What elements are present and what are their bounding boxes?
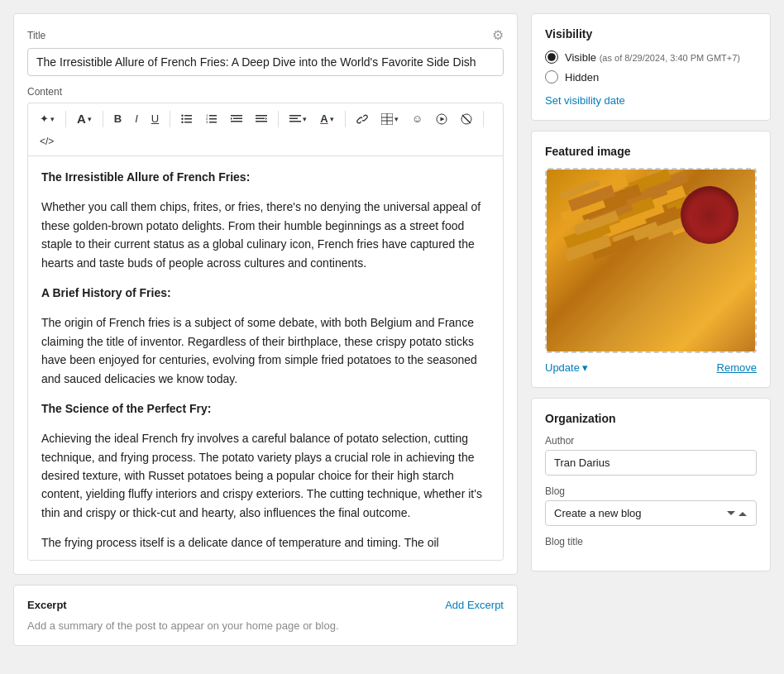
- font-a-icon: A: [77, 112, 86, 126]
- svg-rect-7: [209, 118, 217, 120]
- author-input[interactable]: [545, 450, 757, 476]
- content-h1: The Irresistible Allure of French Fries:: [41, 170, 250, 184]
- svg-rect-2: [184, 122, 192, 123]
- add-excerpt-link[interactable]: Add Excerpt: [445, 599, 504, 611]
- font-size-button[interactable]: A ▾: [72, 108, 97, 129]
- content-p2: The origin of French fries is a subject …: [41, 313, 490, 388]
- blog-select[interactable]: Create a new blog: [545, 500, 757, 526]
- svg-rect-17: [256, 117, 265, 119]
- visibility-hidden-option[interactable]: Hidden: [545, 70, 757, 84]
- content-label: Content: [27, 86, 504, 98]
- svg-rect-22: [289, 121, 301, 122]
- ul-icon: [181, 113, 193, 125]
- blog-label: Blog: [545, 485, 757, 497]
- toolbar-sep-5: [345, 111, 346, 127]
- table-button[interactable]: ▾: [376, 110, 404, 128]
- featured-image-wrapper[interactable]: [545, 168, 757, 353]
- blog-title-label: Blog title: [545, 536, 757, 547]
- visible-label: Visible (as of 8/29/2024, 3:40 PM GMT+7): [565, 51, 740, 64]
- media-icon: [436, 113, 447, 125]
- align-icon: [289, 113, 301, 125]
- content-p1: Whether you call them chips, frites, or …: [41, 198, 490, 272]
- svg-rect-1: [184, 118, 192, 120]
- content-h2: A Brief History of Fries:: [41, 286, 171, 299]
- media-button[interactable]: [431, 110, 452, 128]
- code-button[interactable]: </>: [35, 132, 59, 151]
- update-chevron-icon: ▾: [582, 361, 588, 374]
- editor-card: Title ⚙ Content ✦ ▾ A ▾ B I U: [13, 13, 518, 575]
- visibility-visible-option[interactable]: Visible (as of 8/29/2024, 3:40 PM GMT+7): [545, 50, 757, 64]
- featured-image: [547, 170, 755, 351]
- italic-button[interactable]: I: [130, 109, 143, 128]
- visibility-options: Visible (as of 8/29/2024, 3:40 PM GMT+7)…: [545, 50, 757, 84]
- organization-title: Organization: [545, 412, 757, 425]
- svg-point-4: [182, 117, 184, 119]
- content-h3: The Science of the Perfect Fry:: [41, 402, 211, 415]
- svg-rect-13: [233, 117, 242, 119]
- remove-image-button[interactable]: Remove: [717, 361, 757, 374]
- svg-rect-12: [231, 115, 242, 117]
- title-settings-icon[interactable]: ⚙: [492, 27, 504, 43]
- svg-rect-14: [231, 121, 242, 122]
- svg-rect-21: [289, 117, 298, 119]
- sparkle-button[interactable]: ✦ ▾: [35, 109, 60, 128]
- svg-line-30: [462, 115, 471, 123]
- featured-image-title: Featured image: [545, 145, 757, 158]
- svg-text:3.: 3.: [206, 120, 208, 124]
- visibility-hidden-radio[interactable]: [545, 70, 558, 84]
- title-label-row: Title ⚙: [27, 27, 504, 43]
- align-button[interactable]: ▾: [284, 110, 312, 128]
- no-format-button[interactable]: [456, 110, 477, 128]
- content-toolbar: ✦ ▾ A ▾ B I U: [27, 103, 504, 155]
- toolbar-sep-2: [103, 111, 103, 127]
- toolbar-sep-3: [170, 111, 170, 127]
- font-color-button[interactable]: A ▾: [315, 109, 338, 128]
- hidden-label: Hidden: [565, 71, 599, 84]
- update-image-button[interactable]: Update ▾: [545, 361, 588, 374]
- emoji-button[interactable]: ☺: [407, 109, 428, 128]
- content-p4: The frying process itself is a delicate …: [41, 533, 490, 552]
- set-visibility-date-link[interactable]: Set visibility date: [545, 94, 625, 107]
- svg-rect-16: [256, 115, 267, 117]
- excerpt-header: Excerpt Add Excerpt: [27, 599, 504, 611]
- underline-button[interactable]: U: [146, 109, 164, 128]
- svg-marker-15: [231, 117, 232, 120]
- visibility-title: Visibility: [545, 27, 757, 41]
- sparkle-dropdown: ▾: [50, 115, 55, 123]
- content-p3: Achieving the ideal French fry involves …: [41, 429, 490, 522]
- update-label: Update: [545, 361, 580, 374]
- content-editor[interactable]: The Irresistible Allure of French Fries:…: [27, 155, 504, 561]
- svg-rect-20: [289, 115, 301, 117]
- svg-point-3: [182, 114, 184, 116]
- toolbar-sep-6: [483, 111, 484, 127]
- unordered-list-button[interactable]: [176, 110, 198, 128]
- toolbar-sep-4: [278, 111, 279, 127]
- author-label: Author: [545, 435, 757, 447]
- no-format-icon: [461, 113, 472, 125]
- title-input[interactable]: [27, 48, 504, 76]
- image-actions: Update ▾ Remove: [545, 361, 757, 374]
- code-icon: </>: [40, 136, 54, 147]
- ordered-list-button[interactable]: 1. 2. 3.: [201, 110, 222, 128]
- svg-point-5: [182, 121, 184, 122]
- indent-decrease-button[interactable]: [226, 110, 247, 128]
- visibility-visible-radio[interactable]: [545, 50, 558, 64]
- visible-sub: (as of 8/29/2024, 3:40 PM GMT+7): [600, 53, 740, 63]
- indent-increase-button[interactable]: [251, 110, 272, 128]
- toolbar-sep-1: [65, 111, 66, 127]
- blog-field: Blog Create a new blog: [545, 485, 757, 526]
- color-dropdown: ▾: [330, 115, 334, 123]
- table-icon: [381, 113, 393, 125]
- title-label: Title: [27, 30, 45, 41]
- bold-button[interactable]: B: [109, 109, 127, 128]
- emoji-icon: ☺: [412, 112, 423, 125]
- right-column: Visibility Visible (as of 8/29/2024, 3:4…: [531, 13, 771, 661]
- left-column: Title ⚙ Content ✦ ▾ A ▾ B I U: [13, 13, 518, 661]
- svg-rect-6: [209, 115, 217, 117]
- svg-marker-28: [440, 117, 444, 121]
- link-button[interactable]: [351, 110, 373, 128]
- indent-left-icon: [231, 113, 242, 125]
- indent-right-icon: [256, 113, 267, 125]
- svg-rect-8: [209, 122, 217, 123]
- excerpt-card: Excerpt Add Excerpt Add a summary of the…: [13, 585, 518, 646]
